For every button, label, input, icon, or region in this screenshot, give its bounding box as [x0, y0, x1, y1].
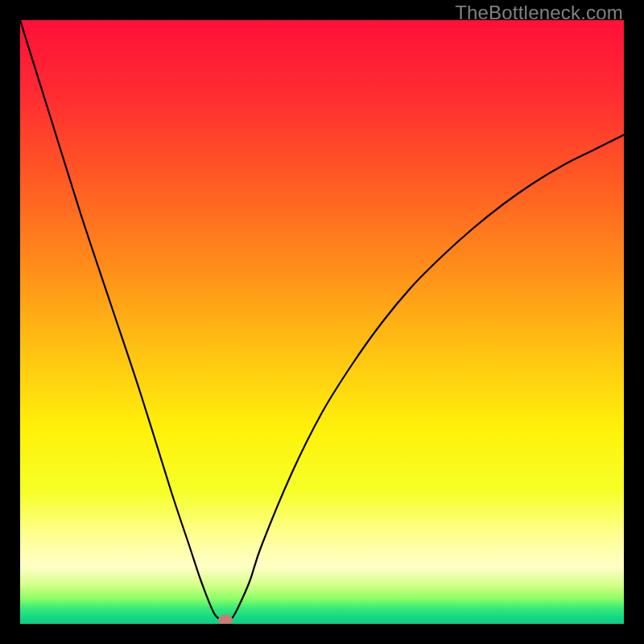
bottleneck-chart: [20, 20, 624, 624]
chart-background: [20, 20, 624, 624]
chart-frame: [20, 20, 624, 624]
watermark-text: TheBottleneck.com: [455, 2, 623, 24]
